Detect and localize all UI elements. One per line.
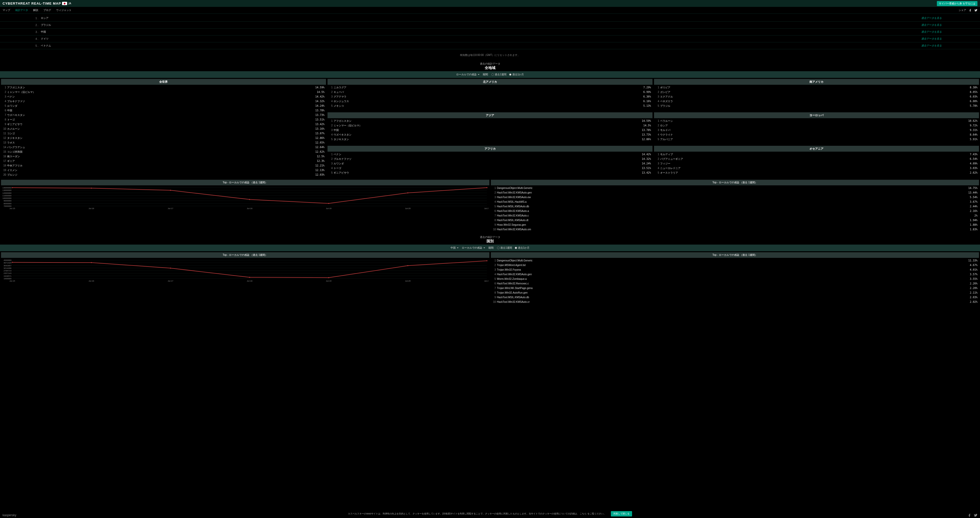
radio-month[interactable]: 過去1か月 <box>509 73 524 77</box>
stat-row[interactable]: 4ブルキナファソ14.32% <box>3 99 325 104</box>
stat-row[interactable]: 16南スーダン12.5% <box>3 154 325 159</box>
stat-row[interactable]: 4ベネズエラ6.00% <box>655 99 977 104</box>
threats-panel-global: Top - ローカルでの感染 （過去 1週間） 1DangerousObject… <box>491 180 979 232</box>
protect-button[interactable]: サイバー脅威から身 を守るには <box>937 1 977 6</box>
stat-row[interactable]: 1ベラルーシ10.62% <box>655 119 977 123</box>
stat-row[interactable]: 3ルワンダ14.24% <box>329 161 651 166</box>
stat-row[interactable]: 3中国13.78% <box>329 128 651 132</box>
stat-row[interactable]: 5メキシコ5.13% <box>329 104 651 108</box>
stat-row[interactable]: 4ニューカレドニア3.03% <box>655 166 977 171</box>
stat-row[interactable]: 5HackTool.MSIL.KMSAuto.db2.44% <box>492 204 978 209</box>
stat-row[interactable]: 2ロシア9.72% <box>655 123 977 128</box>
stat-row[interactable]: 2ガンビア8.05% <box>655 90 977 94</box>
stat-row[interactable]: 10カメルーン13.16% <box>3 127 325 131</box>
svg-text:3642857: 3642857 <box>3 265 12 267</box>
chart-panel-global: Top - ローカルでの感染 （過去 1週間） 7000000800000090… <box>1 180 489 232</box>
twitter-icon[interactable] <box>974 9 977 12</box>
stat-row[interactable]: 8Trojan.Win32.AutoRun.gen2.11% <box>492 290 978 295</box>
svg-text:Jul-15: Jul-15 <box>10 280 15 282</box>
stat-row[interactable]: 2パプアニューギニア6.54% <box>655 157 977 161</box>
stat-row[interactable]: 9Hoax.Win32.Seguras.gen1.88% <box>492 223 978 227</box>
stat-row[interactable]: 5ブラジル5.78% <box>655 104 977 108</box>
stat-row[interactable]: 5Worm.Win32.Zombaque.a3.55% <box>492 277 978 281</box>
stat-row[interactable]: 1DangerousObject.Multi.Generic11.33% <box>492 258 978 263</box>
lang-label[interactable]: JA <box>68 2 71 5</box>
stat-row[interactable]: 2ブルキナファソ14.32% <box>329 157 651 161</box>
stat-row[interactable]: 10HackTool.Win32.KMSAuto.cr2.02% <box>492 300 978 304</box>
stat-row[interactable]: 4トーゴ13.51% <box>329 166 651 171</box>
radio-week-2[interactable]: 過去1週間 <box>497 246 512 250</box>
infection-type-dropdown[interactable]: ローカルでの感染 <box>456 73 480 77</box>
stat-row[interactable]: 1アフガニスタン14.59% <box>329 119 651 123</box>
stat-row[interactable]: 4ウクライナ8.64% <box>655 132 977 137</box>
nav-widget[interactable]: ウィジェット <box>56 8 72 12</box>
stat-row[interactable]: 1アフガニスタン14.59% <box>3 85 325 90</box>
stat-row[interactable]: 3モルドバ9.31% <box>655 128 977 132</box>
stat-row[interactable]: 7Trojan.WinLNK.StartPage.gena2.20% <box>492 286 978 290</box>
nav-stats[interactable]: 統計データ <box>15 8 28 12</box>
stat-row[interactable]: 6HackTool.Win32.Remoxec.c2.26% <box>492 281 978 286</box>
stat-row[interactable]: 7HackTool.Win32.KMSAuto.c2% <box>492 214 978 218</box>
section-heading-regions: 過去の統計データ 全地域 <box>0 60 980 71</box>
list-item: 3 .中国過去データを見る <box>0 29 980 35</box>
stat-row[interactable]: 5タジキスタン12.86% <box>329 137 651 142</box>
stat-row[interactable]: 17ギニア12.3% <box>3 159 325 163</box>
infection-type-dropdown-2[interactable]: ローカルでの感染 <box>462 246 485 250</box>
stat-row[interactable]: 3ベナン14.42% <box>3 94 325 99</box>
stat-row[interactable]: 1モルディブ7.43% <box>655 152 977 157</box>
stat-row[interactable]: 20ブルンジ12.03% <box>3 172 325 177</box>
stat-row[interactable]: 4HackTool.MSIL.HackMS.a3.67% <box>492 200 978 204</box>
stat-row[interactable]: 1ニカラグア7.29% <box>329 85 651 90</box>
stat-row[interactable]: 2ミャンマー（旧ビルマ）14.5% <box>3 90 325 94</box>
radio-month-2[interactable]: 過去1か月 <box>515 246 530 250</box>
stat-row[interactable]: 15コンゴ共和国12.62% <box>3 150 325 154</box>
nav-map[interactable]: マップ <box>3 8 10 12</box>
stat-row[interactable]: 12タジキスタン12.86% <box>3 136 325 140</box>
list-item: 2 .ブラジル過去データを見る <box>0 22 980 29</box>
stat-row[interactable]: 2Trojan.MSWord.Agent.bd4.67% <box>492 263 978 268</box>
stat-row[interactable]: 3HackTool.Win32.KMSAuto.ew5.54% <box>492 195 978 200</box>
stat-row[interactable]: 10HackTool.Win32.KMSAuto.om1.83% <box>492 227 978 232</box>
stat-row[interactable]: 1DangerousObject.Multi.Generic14.75% <box>492 186 978 190</box>
stat-row[interactable]: 2ミャンマー（旧ビルマ）14.5% <box>329 123 651 128</box>
svg-text:7000000: 7000000 <box>3 205 12 207</box>
stat-row[interactable]: 1ベナン14.42% <box>329 152 651 157</box>
stat-row[interactable]: 8トーゴ13.51% <box>3 118 325 122</box>
stat-row[interactable]: 19イエメン12.13% <box>3 168 325 172</box>
country-dropdown[interactable]: 中国 <box>450 246 459 250</box>
stat-row[interactable]: 6中国13.78% <box>3 108 325 113</box>
stat-row[interactable]: 18中央アフリカ12.21% <box>3 163 325 168</box>
stat-row[interactable]: 4HackTool.Win32.KMSAuto.gen3.57% <box>492 272 978 277</box>
stat-row[interactable]: 5ルワンダ14.24% <box>3 104 325 108</box>
reset-note: 検知数は毎日0:00:00（GMT）にリセットされます。 <box>0 50 980 60</box>
svg-text:Jul-16: Jul-16 <box>89 207 94 210</box>
controls-country: 中国 ローカルでの感染 期間: 過去1週間 過去1か月 <box>0 245 980 251</box>
stat-row[interactable]: 11コンゴ13.07% <box>3 131 325 136</box>
panel-na: 北アメリカ1ニカラグア7.29%2キューバ6.99%3グアテマラ6.36%4ホン… <box>328 79 652 111</box>
stat-row[interactable]: 6HackTool.Win32.KMSAuto.a2.16% <box>492 209 978 214</box>
stat-row[interactable]: 5アルバニア5.91% <box>655 137 977 142</box>
stat-row[interactable]: 2キューバ6.99% <box>329 90 651 94</box>
panel-world: 全世界 1アフガニスタン14.59%2ミャンマー（旧ビルマ）14.5%3ベナン1… <box>1 79 326 178</box>
stat-row[interactable]: 3フィジー4.09% <box>655 161 977 166</box>
nav-blog[interactable]: ブログ <box>43 8 51 12</box>
stat-row[interactable]: 5オーストラリア2.62% <box>655 171 977 175</box>
stat-row[interactable]: 3グアテマラ6.36% <box>329 94 651 99</box>
stat-row[interactable]: 4ホンジュラス6.16% <box>329 99 651 104</box>
facebook-icon[interactable] <box>969 9 972 12</box>
stat-row[interactable]: 7ウズベキスタン13.73% <box>3 113 325 118</box>
radio-week[interactable]: 過去1週間 <box>492 73 506 77</box>
stat-row[interactable]: 9HackTool.MSIL.KMSAuto.db2.03% <box>492 295 978 300</box>
stat-row[interactable]: 2HackTool.Win32.KMSAuto.gen13.44% <box>492 190 978 195</box>
stat-row[interactable]: 4ウズベキスタン13.73% <box>329 132 651 137</box>
nav-explain[interactable]: 解説 <box>33 8 38 12</box>
stat-row[interactable]: 8HackTool.MSIL.KMSAuto.dt1.94% <box>492 218 978 223</box>
stat-row[interactable]: 5ギニアビサウ13.42% <box>329 171 651 175</box>
stat-row[interactable]: 3Trojan.Win32.Fsysna4.01% <box>492 268 978 272</box>
svg-text:Jul-18: Jul-18 <box>247 280 253 282</box>
stat-row[interactable]: 1ボリビア8.38% <box>655 85 977 90</box>
stat-row[interactable]: 3エクアドル6.03% <box>655 94 977 99</box>
stat-row[interactable]: 14バングラデシュ12.64% <box>3 145 325 150</box>
stat-row[interactable]: 13ラオス12.65% <box>3 140 325 145</box>
stat-row[interactable]: 9ギニアビサウ13.42% <box>3 122 325 127</box>
